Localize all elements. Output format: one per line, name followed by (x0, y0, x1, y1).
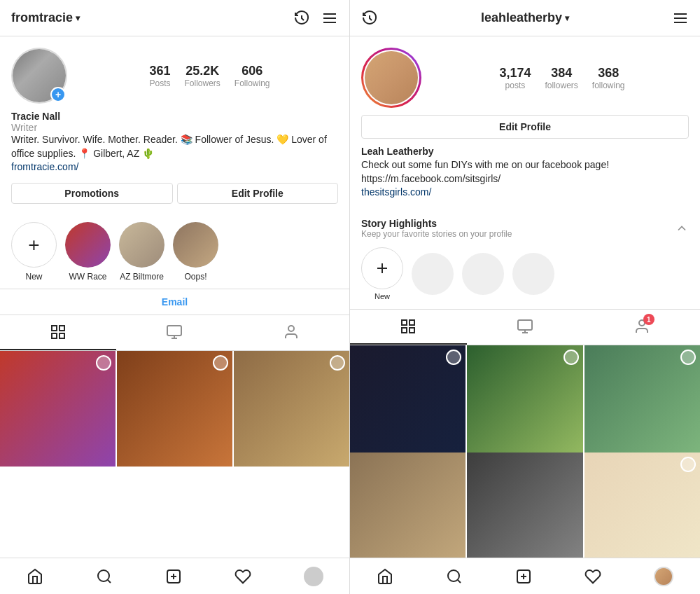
svg-rect-23 (518, 320, 532, 330)
profile-link[interactable]: fromtracie.com/ (11, 161, 78, 172)
left-photo-grid (0, 351, 349, 558)
left-profile-section: + 361 Posts 25.2K Followers 606 Followin… (0, 36, 349, 215)
right-following-stat[interactable]: 368 following (592, 66, 625, 90)
story-oops-circle[interactable] (173, 222, 218, 268)
promotions-button[interactable]: Promotions (11, 183, 173, 204)
story-wwrace-circle[interactable] (65, 222, 111, 268)
right-nav-search[interactable] (438, 565, 471, 588)
right-tab-person[interactable]: 1 (583, 310, 700, 345)
svg-rect-6 (59, 333, 64, 338)
right-history-icon[interactable] (361, 10, 378, 27)
story-oops[interactable]: Oops! (173, 222, 218, 282)
left-buttons-row: Promotions Edit Profile (11, 183, 338, 204)
svg-line-26 (457, 579, 460, 582)
right-nav-home[interactable] (368, 565, 402, 588)
highlight-new-btn[interactable] (361, 247, 403, 289)
right-nav-heart[interactable] (576, 565, 610, 588)
right-profile-bio: Check out some fun DIYs with me on our f… (361, 158, 689, 186)
right-avatar-gradient (361, 48, 421, 108)
story-new[interactable]: + New (11, 222, 57, 282)
photo-cell[interactable] (0, 351, 115, 467)
history-icon[interactable] (293, 10, 310, 27)
right-followers-stat[interactable]: 384 followers (545, 66, 578, 90)
profile-bio: Writer. Survivor. Wife. Mother. Reader. … (11, 133, 338, 160)
right-nav-profile[interactable] (645, 564, 682, 589)
email-button[interactable]: Email (0, 289, 349, 315)
highlights-row: New (361, 247, 689, 301)
right-username-text: leahleatherby (481, 11, 562, 25)
nav-search[interactable] (88, 565, 121, 588)
right-profile-top: 3,174 posts 384 followers 368 following (361, 48, 689, 108)
right-profile-link[interactable]: thesitsgirls.com/ (361, 186, 431, 198)
svg-rect-5 (52, 333, 57, 338)
tab-grid[interactable] (0, 315, 116, 350)
followers-label: Followers (184, 78, 220, 88)
menu-icon[interactable] (321, 10, 338, 27)
highlight-empty-1[interactable] (412, 253, 454, 295)
right-nav-add[interactable] (507, 565, 540, 588)
right-tab-tv[interactable] (467, 310, 584, 345)
right-photo-select-6 (680, 457, 696, 472)
story-wwrace[interactable]: WW Race (65, 222, 111, 282)
right-bottom-nav (350, 558, 700, 594)
right-profile-name: Leah Leatherby (361, 146, 689, 157)
right-photo-cell-6[interactable] (584, 453, 700, 558)
followers-stat[interactable]: 25.2K Followers (184, 64, 220, 88)
followers-count: 25.2K (186, 64, 219, 78)
highlight-empty-circle-2 (462, 253, 504, 295)
right-tab-grid[interactable] (350, 310, 467, 345)
add-story-button[interactable]: + (50, 87, 66, 102)
right-menu-icon[interactable] (672, 10, 689, 27)
tab-person[interactable] (233, 315, 349, 350)
highlight-new[interactable]: New (361, 247, 403, 301)
svg-rect-3 (52, 326, 57, 331)
highlight-new-label: New (374, 292, 390, 301)
right-followers-count: 384 (551, 66, 572, 81)
photo-cell[interactable] (117, 351, 232, 467)
svg-rect-19 (402, 320, 407, 325)
highlight-empty-2[interactable] (462, 253, 504, 295)
tab-tv[interactable] (116, 315, 232, 350)
left-username[interactable]: fromtracie ▾ (11, 11, 80, 25)
right-avatar-inner (363, 50, 419, 106)
right-edit-profile-button[interactable]: Edit Profile (361, 115, 689, 139)
right-phone: leahleatherby ▾ 3,174 posts 384 (350, 0, 700, 594)
story-new-circle[interactable]: + (11, 222, 57, 268)
nav-home[interactable] (18, 565, 52, 588)
nav-profile[interactable] (295, 564, 332, 589)
highlight-empty-3[interactable] (512, 253, 554, 295)
left-bottom-nav (0, 558, 349, 594)
right-username-chevron: ▾ (565, 13, 569, 23)
right-posts-count: 3,174 (499, 66, 531, 81)
highlights-collapse-icon[interactable] (675, 221, 689, 235)
following-stat[interactable]: 606 Following (234, 64, 270, 88)
svg-rect-21 (402, 328, 407, 333)
story-biltmore[interactable]: AZ Biltmore (119, 222, 164, 282)
svg-rect-4 (59, 326, 64, 331)
right-photo-cell-2[interactable] (467, 345, 582, 461)
right-username[interactable]: leahleatherby ▾ (481, 11, 569, 25)
nav-add[interactable] (157, 565, 190, 588)
right-profile-info: Leah Leatherby Check out some fun DIYs w… (361, 146, 689, 198)
right-photo-grid (350, 345, 700, 558)
left-header-icons (293, 10, 338, 27)
profile-title: Writer (11, 122, 338, 133)
right-header: leahleatherby ▾ (350, 0, 700, 36)
email-section: Email (0, 289, 349, 315)
nav-heart[interactable] (226, 565, 260, 588)
right-photo-cell-3[interactable] (584, 345, 700, 461)
posts-count: 361 (149, 64, 170, 78)
story-biltmore-circle[interactable] (119, 222, 164, 268)
left-tab-bar (0, 315, 349, 351)
right-photo-cell-4[interactable] (350, 453, 465, 558)
photo-cell[interactable] (234, 351, 349, 467)
right-photo-cell-1[interactable] (350, 345, 465, 461)
svg-point-9 (98, 570, 109, 581)
following-count: 606 (241, 64, 262, 78)
left-stats: 361 Posts 25.2K Followers 606 Following (81, 64, 338, 88)
edit-profile-button[interactable]: Edit Profile (177, 183, 339, 204)
right-photo-cell-5[interactable] (467, 453, 582, 558)
right-following-count: 368 (598, 66, 619, 81)
left-phone: fromtracie ▾ + (0, 0, 350, 594)
left-header: fromtracie ▾ (0, 0, 349, 36)
